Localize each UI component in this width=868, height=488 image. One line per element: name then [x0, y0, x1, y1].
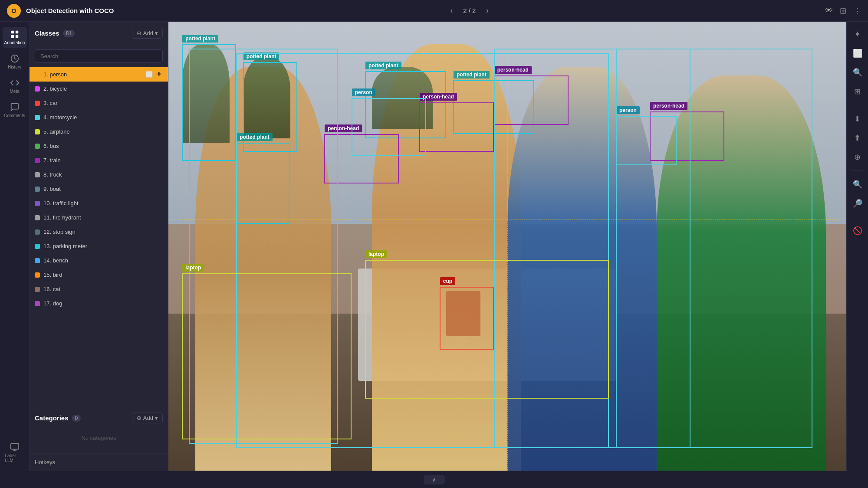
sidebar-item-history[interactable]: History: [3, 51, 27, 72]
grid-tool-button[interactable]: ⊞: [852, 84, 863, 99]
class-item-bus[interactable]: 6. bus ⬜ 👁: [30, 139, 168, 153]
preview-icon[interactable]: 👁: [825, 6, 833, 15]
annotation-icon: [10, 29, 20, 39]
class-name: 17. dog: [43, 300, 141, 307]
class-color-dot: [35, 129, 40, 134]
class-visibility-btn[interactable]: 👁: [155, 85, 163, 93]
class-bbox-btn[interactable]: ⬜: [145, 228, 154, 236]
class-bbox-btn[interactable]: ⬜: [145, 142, 154, 150]
topbar-right: 👁 ⊞ ⋮: [825, 6, 861, 16]
right-divider-1: [851, 105, 864, 105]
class-visibility-btn[interactable]: 👁: [155, 70, 163, 79]
app-title: Object Detection with COCO: [26, 7, 114, 14]
class-visibility-btn[interactable]: 👁: [155, 142, 163, 150]
class-color-dot: [35, 86, 40, 92]
class-visibility-btn[interactable]: 👁: [155, 170, 163, 179]
sidebar-item-label-llm[interactable]: Label-LLM: [3, 440, 27, 465]
zoom-out-button[interactable]: 🔎: [850, 196, 865, 211]
svg-rect-2: [11, 35, 13, 38]
classes-panel: Classes 81 ⊕ Add ▾ 1. person ⬜ 👁 2. bicy…: [30, 22, 168, 471]
class-visibility-btn[interactable]: 👁: [155, 199, 163, 207]
class-visibility-btn[interactable]: 👁: [155, 285, 163, 293]
class-bbox-btn[interactable]: ⬜: [145, 128, 154, 136]
class-visibility-btn[interactable]: 👁: [155, 271, 163, 279]
class-bbox-btn[interactable]: ⬜: [145, 199, 154, 207]
class-bbox-btn[interactable]: ⬜: [145, 185, 154, 193]
download-button[interactable]: ⬇: [852, 111, 863, 126]
add-category-button[interactable]: ⊕ Add ▾: [132, 413, 163, 423]
class-color-dot: [35, 301, 40, 306]
class-bbox-btn[interactable]: ⬜: [145, 285, 154, 293]
search-region-button[interactable]: 🔍: [850, 65, 865, 80]
more-options-icon[interactable]: ⋮: [853, 6, 861, 16]
class-item-dog[interactable]: 17. dog ⬜ 👁: [30, 296, 168, 311]
class-visibility-btn[interactable]: 👁: [155, 256, 163, 265]
class-visibility-btn[interactable]: 👁: [155, 99, 163, 107]
cursor-tool-button[interactable]: ✦: [852, 27, 863, 42]
search-input[interactable]: [35, 49, 163, 63]
sidebar-item-meta[interactable]: Meta: [3, 75, 27, 96]
class-item-bird[interactable]: 15. bird ⬜ 👁: [30, 268, 168, 282]
zoom-in-button[interactable]: 🔍: [850, 177, 865, 192]
grid-icon[interactable]: ⊞: [840, 6, 846, 16]
class-bbox-btn[interactable]: ⬜: [145, 99, 154, 107]
canvas-area[interactable]: potted plantpotted plantpotted plantpott…: [168, 22, 846, 471]
class-bbox-btn[interactable]: ⬜: [145, 70, 154, 79]
class-visibility-btn[interactable]: 👁: [155, 228, 163, 236]
svg-rect-3: [15, 35, 18, 38]
class-item-traffic-light[interactable]: 10. traffic light ⬜ 👁: [30, 196, 168, 210]
class-visibility-btn[interactable]: 👁: [155, 113, 163, 121]
class-item-stop-sign[interactable]: 12. stop sign ⬜ 👁: [30, 225, 168, 239]
class-visibility-btn[interactable]: 👁: [155, 128, 163, 136]
class-item-car[interactable]: 3. car ⬜ 👁: [30, 96, 168, 110]
class-color-dot: [35, 272, 40, 278]
target-button[interactable]: ⊕: [852, 150, 863, 164]
class-bbox-btn[interactable]: ⬜: [145, 271, 154, 279]
class-item-airplane[interactable]: 5. airplane ⬜ 👁: [30, 124, 168, 139]
class-item-parking-meter[interactable]: 13. parking meter ⬜ 👁: [30, 239, 168, 253]
class-visibility-btn[interactable]: 👁: [155, 156, 163, 164]
class-visibility-btn[interactable]: 👁: [155, 185, 163, 193]
hotkeys-button[interactable]: Hotkeys: [30, 453, 168, 471]
class-color-dot: [35, 258, 40, 263]
history-icon: [10, 54, 20, 63]
class-bbox-btn[interactable]: ⬜: [145, 213, 154, 222]
class-name: 8. truck: [43, 171, 141, 178]
class-bbox-btn[interactable]: ⬜: [145, 256, 154, 265]
annotation-canvas: potted plantpotted plantpotted plantpott…: [168, 22, 846, 471]
prev-page-button[interactable]: ‹: [447, 4, 456, 17]
class-name: 11. fire hydrant: [43, 214, 141, 221]
class-bbox-btn[interactable]: ⬜: [145, 242, 154, 250]
sidebar-item-comments[interactable]: Comments: [3, 100, 27, 121]
class-visibility-btn[interactable]: 👁: [155, 213, 163, 222]
class-item-cat[interactable]: 16. cat ⬜ 👁: [30, 282, 168, 296]
ban-button[interactable]: 🚫: [850, 223, 865, 238]
class-color-dot: [35, 229, 40, 235]
class-item-person[interactable]: 1. person ⬜ 👁: [30, 67, 168, 82]
class-item-motorcycle[interactable]: 4. motorcycle ⬜ 👁: [30, 110, 168, 124]
left-sidebar: Annotation History Meta Comments Label-L…: [0, 22, 30, 471]
photo-background: [168, 22, 846, 471]
class-bbox-btn[interactable]: ⬜: [145, 299, 154, 308]
class-bbox-btn[interactable]: ⬜: [145, 113, 154, 121]
class-visibility-btn[interactable]: 👁: [155, 242, 163, 250]
class-item-fire-hydrant[interactable]: 11. fire hydrant ⬜ 👁: [30, 210, 168, 225]
class-name: 13. parking meter: [43, 243, 141, 249]
class-bbox-btn[interactable]: ⬜: [145, 170, 154, 179]
class-item-train[interactable]: 7. train ⬜ 👁: [30, 153, 168, 167]
sidebar-item-annotation[interactable]: Annotation: [3, 27, 27, 48]
next-page-button[interactable]: ›: [483, 4, 492, 17]
class-name: 3. car: [43, 100, 141, 106]
class-item-bicycle[interactable]: 2. bicycle ⬜ 👁: [30, 82, 168, 96]
frame-tool-button[interactable]: ⬜: [850, 46, 865, 61]
class-item-bench[interactable]: 14. bench ⬜ 👁: [30, 253, 168, 268]
class-bbox-btn[interactable]: ⬜: [145, 85, 154, 93]
class-visibility-btn[interactable]: 👁: [155, 299, 163, 308]
class-bbox-btn[interactable]: ⬜: [145, 156, 154, 164]
class-item-truck[interactable]: 8. truck ⬜ 👁: [30, 167, 168, 182]
right-divider-3: [851, 217, 864, 217]
class-item-boat[interactable]: 9. boat ⬜ 👁: [30, 182, 168, 196]
add-class-button[interactable]: ⊕ Add ▾: [132, 28, 163, 39]
collapse-button[interactable]: ∧: [424, 475, 445, 485]
upload-button[interactable]: ⬆: [852, 131, 863, 145]
